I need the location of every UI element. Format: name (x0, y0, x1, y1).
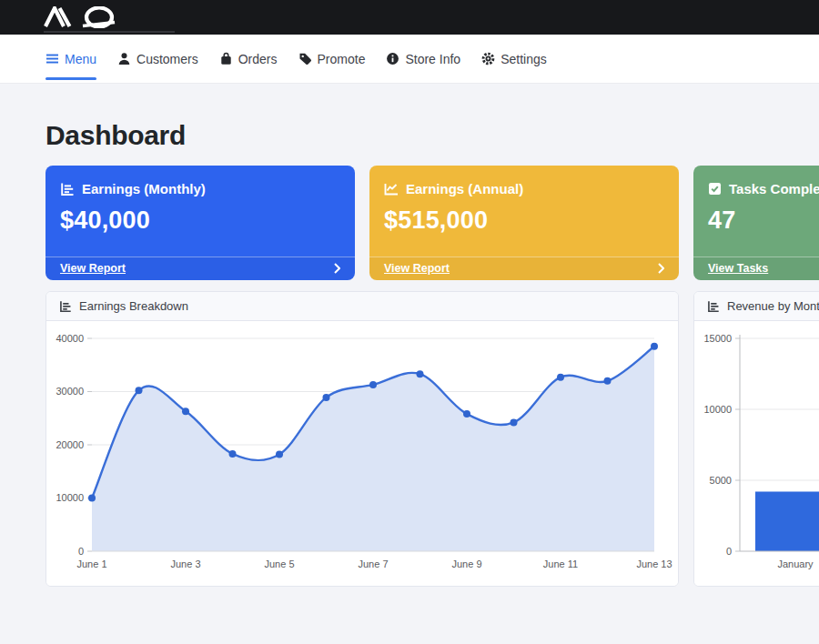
svg-text:0: 0 (78, 546, 84, 557)
svg-text:20000: 20000 (56, 439, 84, 450)
svg-text:10000: 10000 (56, 492, 84, 503)
revenue-by-month-card: Revenue by Month 050001000015000January (693, 291, 819, 587)
svg-text:June 11: June 11 (543, 558, 578, 569)
chevron-right-icon (658, 263, 664, 274)
menu-icon (46, 52, 59, 65)
view-tasks-link[interactable]: View Tasks (708, 262, 768, 275)
revenue-by-month-chart: 050001000015000January (694, 321, 819, 586)
chart-title: Revenue by Month (727, 299, 819, 313)
nav-item-label: Settings (500, 52, 547, 66)
nav-item-label: Menu (65, 52, 96, 66)
user-icon (117, 52, 131, 65)
stat-card-value: $515,000 (384, 206, 664, 235)
bar-chart-icon (60, 182, 75, 196)
nav-item-label: Customers (136, 52, 198, 66)
bar-chart-icon (707, 300, 720, 313)
bar-chart-icon (59, 300, 72, 313)
svg-text:June 13: June 13 (636, 558, 672, 569)
earnings-breakdown-card: Earnings Breakdown 010000200003000040000… (46, 291, 679, 587)
stat-cards-row: Earnings (Monthly) $40,000 View Report E (46, 166, 774, 280)
svg-text:June 3: June 3 (170, 558, 200, 569)
nav-item-orders[interactable]: Orders (219, 35, 278, 83)
charts-row: Earnings Breakdown 010000200003000040000… (46, 291, 774, 587)
main-content: Dashboard Earnings (Monthly) $40,000 Vie… (0, 120, 819, 587)
svg-text:January: January (777, 558, 814, 569)
view-report-link[interactable]: View Report (384, 262, 450, 275)
nav-item-label: Store Info (405, 52, 460, 66)
nav-item-label: Orders (238, 52, 278, 66)
gear-icon (481, 52, 495, 65)
svg-text:5000: 5000 (710, 475, 732, 486)
nav-item-settings[interactable]: Settings (481, 35, 547, 83)
svg-text:0: 0 (726, 546, 732, 557)
svg-text:15000: 15000 (703, 333, 732, 344)
svg-text:40000: 40000 (56, 333, 84, 344)
stat-card-value: $40,000 (60, 206, 340, 235)
nav-item-customers[interactable]: Customers (117, 35, 198, 83)
chevron-right-icon (334, 263, 340, 274)
tag-icon (298, 52, 312, 65)
nav-item-label: Promote (318, 52, 366, 66)
svg-text:30000: 30000 (56, 386, 84, 397)
nav-item-promote[interactable]: Promote (298, 35, 366, 83)
earnings-breakdown-chart: 010000200003000040000June 1June 3June 5J… (46, 321, 678, 586)
nav-item-menu[interactable]: Menu (46, 35, 96, 83)
logo-underline (44, 31, 175, 33)
earnings-annual-card: Earnings (Annual) $515,000 View Report (369, 166, 679, 280)
app-logo[interactable] (44, 6, 116, 28)
main-nav: Menu Customers Orders Promote Store Info (0, 35, 819, 84)
line-chart-icon (384, 182, 399, 196)
stat-card-title: Earnings (Monthly) (82, 181, 206, 196)
earnings-monthly-card: Earnings (Monthly) $40,000 View Report (46, 166, 355, 280)
info-icon (386, 52, 399, 65)
svg-text:June 7: June 7 (358, 558, 388, 569)
bag-icon (219, 52, 233, 65)
svg-text:June 1: June 1 (76, 558, 106, 569)
stat-card-title: Earnings (Annual) (406, 181, 523, 196)
nav-item-store-info[interactable]: Store Info (386, 35, 460, 83)
app-header (0, 0, 819, 35)
check-square-icon (708, 182, 722, 196)
chart-title: Earnings Breakdown (79, 299, 188, 313)
stat-card-value: 47 (708, 206, 819, 235)
tasks-completed-card: Tasks Completed 47 View Tasks (693, 166, 819, 280)
svg-text:June 9: June 9 (451, 558, 481, 569)
view-report-link[interactable]: View Report (60, 262, 126, 275)
svg-text:June 5: June 5 (264, 558, 294, 569)
page-title: Dashboard (46, 120, 774, 151)
svg-text:10000: 10000 (703, 404, 732, 415)
stat-card-title: Tasks Completed (729, 181, 819, 196)
